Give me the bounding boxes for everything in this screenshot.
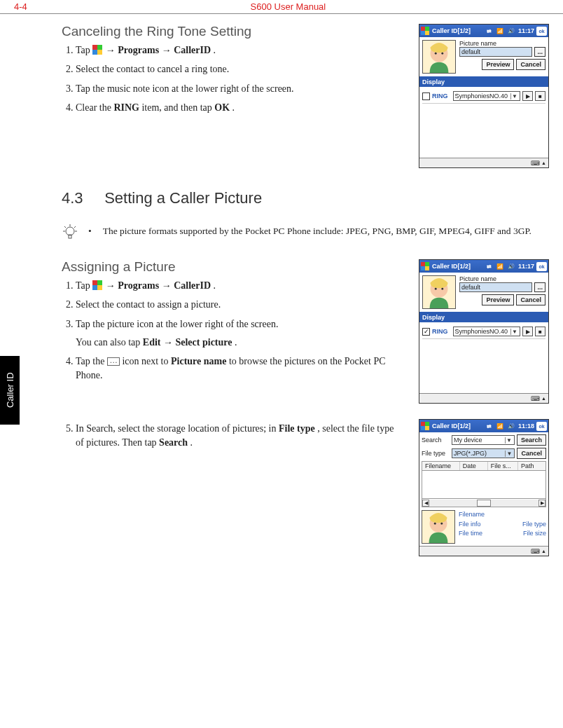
svg-point-27 xyxy=(435,288,437,290)
sip-up-icon[interactable]: ▲ xyxy=(541,396,546,401)
picture-name-label: Picture name xyxy=(459,275,545,282)
browse-button[interactable]: ... xyxy=(534,47,545,57)
clock: 11:17 xyxy=(518,27,534,34)
picture-name-input[interactable]: default xyxy=(459,47,532,57)
cancel-button[interactable]: Cancel xyxy=(516,59,545,70)
text: In Search, select the storage location o… xyxy=(76,423,279,434)
ringtone-dropdown[interactable]: SymphoniesNO.40 ▼ xyxy=(453,327,521,336)
text-programs: Programs xyxy=(118,280,159,291)
preview-button[interactable]: Preview xyxy=(482,59,514,70)
svg-point-9 xyxy=(435,53,437,55)
col-filesize[interactable]: File s... xyxy=(488,462,518,470)
col-filename[interactable]: Filename xyxy=(422,462,460,470)
ring-checkbox[interactable] xyxy=(422,92,430,100)
svg-rect-0 xyxy=(92,45,97,50)
ok-button[interactable]: ok xyxy=(536,422,547,431)
start-flag-icon xyxy=(421,262,430,271)
signal-icon: 📶 xyxy=(496,262,505,271)
keyboard-icon[interactable]: ⌨ xyxy=(531,395,540,402)
keyboard-icon[interactable]: ⌨ xyxy=(531,160,540,167)
svg-rect-7 xyxy=(425,31,429,35)
svg-rect-31 xyxy=(421,426,425,430)
sip-up-icon[interactable]: ▲ xyxy=(541,549,546,554)
svg-line-16 xyxy=(64,226,66,228)
text: Tap xyxy=(76,280,92,291)
text: Tap the xyxy=(76,356,107,366)
speaker-icon: 🔊 xyxy=(507,422,516,431)
start-flag-icon xyxy=(92,45,103,55)
svg-point-11 xyxy=(66,227,74,235)
contact-avatar xyxy=(422,275,456,309)
svg-line-17 xyxy=(74,226,76,228)
ok-button[interactable]: ok xyxy=(536,27,547,36)
chevron-down-icon: ▼ xyxy=(510,329,518,335)
svg-rect-30 xyxy=(425,422,429,426)
play-button[interactable]: ▶ xyxy=(522,327,533,336)
svg-point-35 xyxy=(440,523,443,525)
heading-cancel-ring-tone: Canceling the Ring Tone Setting xyxy=(62,24,406,39)
stop-button[interactable]: ■ xyxy=(535,327,545,336)
speaker-icon: 🔊 xyxy=(507,262,516,271)
ringtone-value: SymphoniesNO.40 xyxy=(455,328,508,335)
connectivity-icon: ⇄ xyxy=(485,262,494,271)
ring-label: RING xyxy=(432,328,448,335)
detail-filetime: File time xyxy=(459,529,482,539)
play-button[interactable]: ▶ xyxy=(522,91,533,101)
connectivity-icon: ⇄ xyxy=(485,27,494,36)
text: . xyxy=(190,437,193,448)
col-path[interactable]: Path xyxy=(518,462,545,470)
ringtone-dropdown[interactable]: SymphoniesNO.40 ▼ xyxy=(453,91,521,101)
step-4: Tap the icon next to Picture name to bro… xyxy=(76,355,406,383)
sip-up-icon[interactable]: ▲ xyxy=(541,160,546,165)
horizontal-scrollbar[interactable]: ◀ ▶ xyxy=(422,499,546,507)
filetype-dropdown[interactable]: JPG(*.JPG) ▼ xyxy=(452,448,515,458)
search-location-value: My device xyxy=(454,437,482,444)
browse-dots-icon xyxy=(107,357,120,366)
step-1: Tap → Programs → CallerID . xyxy=(76,279,406,293)
col-date[interactable]: Date xyxy=(460,462,488,470)
connectivity-icon: ⇄ xyxy=(485,422,494,431)
svg-rect-23 xyxy=(425,262,429,266)
text: . xyxy=(214,45,216,55)
text: Clear the xyxy=(76,102,113,113)
cancel-button[interactable]: Cancel xyxy=(516,294,545,305)
svg-rect-20 xyxy=(92,285,97,290)
browse-button[interactable]: ... xyxy=(534,282,545,292)
search-location-dropdown[interactable]: My device ▼ xyxy=(452,435,515,445)
step-3: Tap the picture icon at the lower right … xyxy=(76,317,406,350)
stop-button[interactable]: ■ xyxy=(535,91,545,101)
speaker-icon: 🔊 xyxy=(507,27,516,36)
svg-rect-19 xyxy=(97,280,102,285)
text: Tap the picture icon at the lower right … xyxy=(76,317,406,331)
results-list[interactable] xyxy=(422,471,546,499)
keyboard-icon[interactable]: ⌨ xyxy=(531,548,540,555)
preview-button[interactable]: Preview xyxy=(482,294,514,305)
text-ok: OK xyxy=(214,102,230,113)
text-select-picture: Select picture xyxy=(175,337,232,348)
text-file-type: File type xyxy=(279,423,315,434)
text: → xyxy=(106,45,118,55)
step-2: Select the contact to assign a picture. xyxy=(76,298,406,312)
cancel-button[interactable]: Cancel xyxy=(517,448,546,459)
scroll-left-icon[interactable]: ◀ xyxy=(422,500,429,507)
text: Tap xyxy=(76,45,92,55)
start-flag-icon xyxy=(421,422,430,431)
ring-checkbox[interactable]: ✓ xyxy=(422,328,430,336)
clock: 11:18 xyxy=(518,423,534,430)
search-button[interactable]: Search xyxy=(517,434,546,446)
text: . xyxy=(214,280,216,291)
section-heading-4-3: 4.3 Setting a Caller Picture xyxy=(62,189,563,207)
text: → xyxy=(163,337,176,348)
svg-rect-29 xyxy=(421,422,425,426)
ok-button[interactable]: ok xyxy=(536,262,547,271)
manual-title: S600 User Manual xyxy=(27,1,549,12)
picture-name-input[interactable]: default xyxy=(459,282,532,292)
scroll-right-icon[interactable]: ▶ xyxy=(538,500,545,507)
display-header: Display xyxy=(419,76,548,87)
text: . xyxy=(235,337,237,348)
page-number: 4-4 xyxy=(14,1,27,12)
picture-name-label: Picture name xyxy=(459,40,545,47)
steps-assigning-picture: Tap → Programs → CallerID . Select the c… xyxy=(62,279,406,383)
svg-rect-21 xyxy=(97,285,102,290)
clock: 11:17 xyxy=(518,263,534,270)
